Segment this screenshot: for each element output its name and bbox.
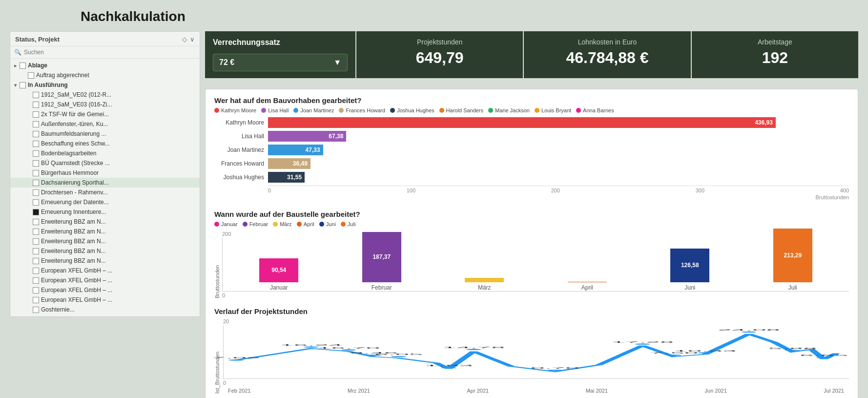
svg-point-27 (816, 357, 831, 358)
sidebar-item[interactable]: Bürgerhaus Hemmoor (10, 168, 200, 178)
checkbox[interactable] (33, 111, 39, 118)
sidebar-item[interactable]: Erweiterung BBZ am N... (10, 217, 200, 227)
sidebar-item-label: Auftrag abgerechnet (36, 72, 89, 79)
sidebar-item-label: BÜ Quarnstedt (Strecke ... (41, 160, 110, 167)
checkbox[interactable] (33, 277, 39, 284)
sidebar-item-label: Ablage (28, 62, 47, 69)
checkbox[interactable] (33, 131, 39, 137)
svg-point-25 (785, 350, 800, 351)
sidebar-item[interactable]: Bodenbelagsarbeiten (10, 148, 200, 158)
monthly-x-label: März (478, 284, 491, 291)
sidebar-item[interactable]: Goshternie... (10, 305, 200, 314)
sidebar-item[interactable]: Erweiterung BBZ am N... (10, 246, 200, 256)
sidebar-item[interactable]: ▾In Ausführung (10, 80, 200, 90)
sidebar-item[interactable]: ▸Ablage (10, 61, 200, 70)
checkbox[interactable] (33, 219, 39, 225)
expand-icon[interactable]: ∨ (190, 36, 195, 43)
sidebar-item[interactable]: Erweiterung BBZ am N... (10, 236, 200, 246)
sidebar-item[interactable]: European XFEL GmbH – ... (10, 266, 200, 275)
checkbox[interactable] (33, 268, 39, 274)
sidebar-item[interactable]: 1912_SaM_VE02 (012-R... (10, 90, 200, 100)
sidebar-item[interactable]: Auftrag abgerechnet (10, 70, 200, 80)
chart3-chart-wrapper: 20 7,0216,2416,709,466,051,8314,780,7017… (223, 318, 849, 394)
legend-dot (319, 222, 324, 227)
legend-dot (273, 222, 278, 227)
svg-text:14,78: 14,78 (442, 346, 505, 348)
sidebar-item[interactable]: Erweiterung BBZ am N... (10, 256, 200, 266)
checkbox[interactable] (33, 258, 39, 264)
bar-label: Joan Martinez (214, 147, 268, 153)
sidebar-item[interactable]: Beschaffung eines Schw... (10, 139, 200, 148)
axis-tick: 100 (407, 188, 415, 193)
search-input[interactable] (24, 49, 196, 56)
checkbox[interactable] (33, 287, 39, 293)
checkbox[interactable] (33, 307, 39, 313)
monthly-bar-group: März (433, 278, 536, 291)
checkbox[interactable] (33, 150, 39, 157)
monthly-x-label: Juni (684, 284, 695, 291)
svg-point-9 (391, 356, 406, 357)
checkbox[interactable] (33, 121, 39, 127)
svg-point-11 (441, 367, 456, 368)
chart3-y-0: 0 (223, 380, 849, 386)
checkbox[interactable] (28, 72, 34, 79)
sidebar-item[interactable]: European XFEL GmbH – ... (10, 295, 200, 305)
dropdown-arrow-icon: ▼ (333, 58, 341, 67)
sidebar-item[interactable]: Erneuerung der Datente... (10, 197, 200, 207)
checkbox[interactable] (33, 209, 39, 215)
bar-label: Kathryn Moore (214, 119, 268, 126)
checkbox[interactable] (33, 141, 39, 147)
legend-item: Januar (214, 221, 238, 227)
kpi-card-2: Arbeitstage 192 (692, 31, 858, 78)
legend-dot (243, 222, 248, 227)
sidebar-item[interactable]: BÜ Quarnstedt (Strecke ... (10, 158, 200, 168)
checkbox[interactable] (33, 248, 39, 254)
chart3-x-labels: Feb 2021Mrz 2021Apr 2021Mai 2021Jun 2021… (223, 388, 849, 394)
legend-item: Joan Martinez (293, 107, 334, 113)
kpi-panels: Verrechnungssatz 72 € ▼ Projektstunden 6… (205, 31, 858, 78)
chart1-section: Wer hat auf dem Bauvorhaben gearbeitet? … (214, 96, 849, 200)
checkbox[interactable] (33, 297, 39, 303)
checkbox[interactable] (33, 238, 39, 245)
checkbox[interactable] (33, 160, 39, 167)
checkbox[interactable] (20, 82, 26, 88)
sidebar-item-label: Außenfenster,-türen, Ku... (41, 121, 108, 127)
checkbox[interactable] (33, 229, 39, 235)
sidebar-item[interactable]: 1912_SaM_VE03 (016-Zi... (10, 100, 200, 109)
checkbox[interactable] (33, 180, 39, 186)
checkbox[interactable] (33, 102, 39, 108)
sidebar-item-label: Erneuerung der Datente... (41, 199, 109, 206)
sidebar-item[interactable]: Drochtersen - Rahmenv... (10, 188, 200, 197)
svg-text:16,24: 16,24 (280, 344, 342, 346)
bar-row: Joshua Hughes 31,55 (214, 172, 849, 183)
legend-dot (214, 222, 219, 227)
sidebar-item[interactable]: European XFEL GmbH – ... (10, 275, 200, 285)
legend-label: Louis Bryant (541, 107, 571, 113)
bar-track: 436,93 (268, 117, 849, 128)
sidebar-list[interactable]: ▸AblageAuftrag abgerechnet▾In Ausführung… (10, 59, 200, 316)
sidebar-item[interactable]: Erweiterung BBZ am N... (10, 227, 200, 236)
chart2-chart-area: Bruttostunden 200 90,54 Januar 187,37 Fe… (214, 231, 849, 298)
legend-item: März (273, 221, 291, 227)
kpi-value: 649,79 (366, 49, 513, 67)
svg-point-21 (698, 352, 713, 353)
checkbox[interactable] (33, 189, 39, 196)
checkbox[interactable] (20, 63, 26, 69)
checkbox[interactable] (33, 92, 39, 98)
sidebar-search-row: 🔍 (10, 46, 200, 59)
sidebar-item[interactable]: European XFEL GmbH – ... (10, 285, 200, 295)
sidebar-item[interactable]: Außenfenster,-türen, Ku... (10, 119, 200, 129)
checkbox[interactable] (33, 170, 39, 176)
sidebar-header: Status, Projekt ◇ ∨ (10, 32, 200, 46)
sidebar-item[interactable]: Erneuerung Innentuere... (10, 207, 200, 217)
main-container: Nachkalkulation Status, Projekt ◇ ∨ 🔍 ▸A… (0, 0, 868, 398)
svg-text:16,70: 16,70 (317, 347, 380, 349)
filter-icon[interactable]: ◇ (182, 36, 187, 43)
sidebar-item[interactable]: 2x TSF-W für die Gemei... (10, 109, 200, 119)
kpi-value: 46.784,88 € (534, 49, 681, 67)
sidebar-item[interactable]: Dachsanierung Sporthal... (10, 178, 200, 188)
verrechnungssatz-dropdown[interactable]: 72 € ▼ (213, 54, 348, 71)
checkbox[interactable] (33, 199, 39, 206)
bar-track: 47,33 (268, 145, 849, 155)
sidebar-item[interactable]: Baumumfeldsanierung ... (10, 129, 200, 139)
